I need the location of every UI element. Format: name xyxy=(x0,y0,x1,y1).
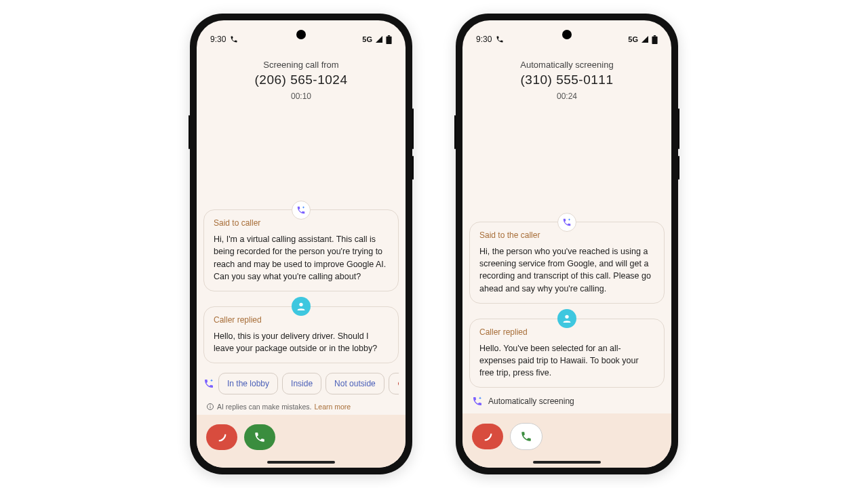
reply-chip-alert[interactable]: Rep xyxy=(389,373,399,394)
phone-right: 9:30 5G Automatically screening (310) 55… xyxy=(456,14,678,474)
caller-avatar-icon xyxy=(292,297,311,316)
card-label: Caller replied xyxy=(214,315,389,325)
assistant-sparkle-icon xyxy=(203,378,214,390)
call-footer xyxy=(197,415,406,468)
assistant-badge-icon xyxy=(292,201,311,220)
card-body: Hello. You've been selected for an all-e… xyxy=(479,342,654,379)
signal-icon xyxy=(375,35,383,43)
nav-bar-indicator xyxy=(267,461,335,464)
answer-button[interactable] xyxy=(510,423,542,450)
status-time: 9:30 xyxy=(210,35,226,44)
call-header: Screening call from (206) 565-1024 00:10 xyxy=(197,49,406,104)
battery-icon xyxy=(652,35,658,44)
camera-hole xyxy=(296,30,306,39)
header-number: (206) 565-1024 xyxy=(197,73,406,87)
card-label: Caller replied xyxy=(479,327,654,337)
call-header: Automatically screening (310) 555-0111 0… xyxy=(462,49,671,104)
status-time: 9:30 xyxy=(476,35,492,44)
call-footer xyxy=(462,413,671,468)
battery-icon xyxy=(386,35,392,44)
disclaimer-row: AI replies can make mistakes. Learn more xyxy=(203,401,399,415)
signal-icon xyxy=(641,35,649,43)
svg-point-2 xyxy=(299,302,302,306)
reply-chip[interactable]: Inside xyxy=(282,373,321,394)
svg-point-11 xyxy=(565,314,568,318)
header-duration: 00:10 xyxy=(197,92,406,101)
assistant-badge-icon xyxy=(557,213,576,232)
auto-screening-label: Automatically screening xyxy=(469,393,665,413)
card-body: Hi, I'm a virtual calling assistant. Thi… xyxy=(214,233,389,283)
disclaimer-text: AI replies can make mistakes. xyxy=(217,403,311,411)
transcript-card-assistant: Said to the caller Hi, the person who yo… xyxy=(469,222,665,304)
svg-rect-9 xyxy=(652,36,657,43)
reply-chip[interactable]: Not outside xyxy=(326,373,384,394)
transcript-card-assistant: Said to caller Hi, I'm a virtual calling… xyxy=(203,209,399,291)
card-label: Said to caller xyxy=(214,218,389,228)
svg-rect-1 xyxy=(388,35,390,37)
info-icon xyxy=(206,403,214,411)
hangup-button[interactable] xyxy=(472,424,503,449)
header-duration: 00:24 xyxy=(462,92,671,101)
caller-avatar-icon xyxy=(557,309,576,328)
status-network: 5G xyxy=(362,35,372,43)
nav-bar-indicator xyxy=(533,461,601,464)
card-body: Hi, the person who you've reached is usi… xyxy=(479,245,654,295)
card-body: Hello, this is your delivery driver. Sho… xyxy=(214,330,389,354)
hangup-button[interactable] xyxy=(206,424,237,450)
phone-left: 9:30 5G Screening call from (206) 565-10… xyxy=(190,14,412,474)
camera-hole xyxy=(562,30,572,39)
card-label: Said to the caller xyxy=(479,230,654,240)
phone-status-icon xyxy=(496,35,504,43)
svg-point-3 xyxy=(398,381,399,387)
transcript-card-caller: Caller replied Hello. You've been select… xyxy=(469,319,665,388)
assistant-sparkle-icon xyxy=(472,396,483,407)
alert-icon xyxy=(397,380,399,388)
transcript-card-caller: Caller replied Hello, this is your deliv… xyxy=(203,306,399,363)
quick-replies-row: In the lobby Inside Not outside Rep xyxy=(203,369,399,396)
answer-button[interactable] xyxy=(244,424,275,450)
header-label: Automatically screening xyxy=(462,60,671,70)
svg-point-8 xyxy=(210,405,211,406)
svg-rect-10 xyxy=(654,35,656,37)
header-number: (310) 555-0111 xyxy=(462,73,671,87)
phone-status-icon xyxy=(230,35,238,43)
status-network: 5G xyxy=(628,35,638,43)
svg-rect-0 xyxy=(386,36,391,43)
header-label: Screening call from xyxy=(197,60,406,70)
reply-chip[interactable]: In the lobby xyxy=(218,373,278,394)
learn-more-link[interactable]: Learn more xyxy=(314,403,351,411)
